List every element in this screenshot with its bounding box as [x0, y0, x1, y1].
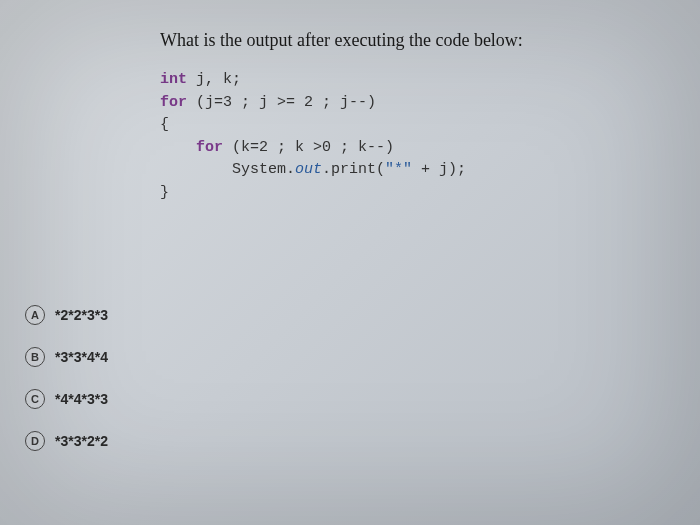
string-literal: "*"	[385, 161, 412, 178]
answer-text: *2*2*3*3	[55, 307, 108, 323]
code-line-4: for (k=2 ; k >0 ; k--)	[160, 137, 670, 160]
code-text: j, k;	[187, 71, 241, 88]
answer-text: *3*3*2*2	[55, 433, 108, 449]
code-text: (j=3 ; j >= 2 ; j--)	[187, 94, 376, 111]
radio-letter: B	[25, 347, 45, 367]
radio-letter: A	[25, 305, 45, 325]
keyword-for: for	[160, 94, 187, 111]
answer-option-a[interactable]: A *2*2*3*3	[25, 305, 108, 325]
answer-option-d[interactable]: D *3*3*2*2	[25, 431, 108, 451]
code-text: + j);	[412, 161, 466, 178]
code-text: System.	[160, 161, 295, 178]
code-block: int j, k; for (j=3 ; j >= 2 ; j--) { for…	[160, 69, 670, 204]
code-line-6: }	[160, 182, 670, 205]
code-line-5: System.out.print("*" + j);	[160, 159, 670, 182]
code-line-2: for (j=3 ; j >= 2 ; j--)	[160, 92, 670, 115]
radio-letter: D	[25, 431, 45, 451]
answer-text: *3*3*4*4	[55, 349, 108, 365]
code-text: (k=2 ; k >0 ; k--)	[223, 139, 394, 156]
keyword-for: for	[196, 139, 223, 156]
field-out: out	[295, 161, 322, 178]
answer-text: *4*4*3*3	[55, 391, 108, 407]
answer-option-c[interactable]: C *4*4*3*3	[25, 389, 108, 409]
code-line-1: int j, k;	[160, 69, 670, 92]
code-line-3: {	[160, 114, 670, 137]
answer-option-b[interactable]: B *3*3*4*4	[25, 347, 108, 367]
answer-options: A *2*2*3*3 B *3*3*4*4 C *4*4*3*3 D *3*3*…	[25, 305, 108, 473]
radio-letter: C	[25, 389, 45, 409]
code-text: .print(	[322, 161, 385, 178]
keyword-int: int	[160, 71, 187, 88]
question-area: What is the output after executing the c…	[160, 30, 670, 204]
question-title: What is the output after executing the c…	[160, 30, 670, 51]
